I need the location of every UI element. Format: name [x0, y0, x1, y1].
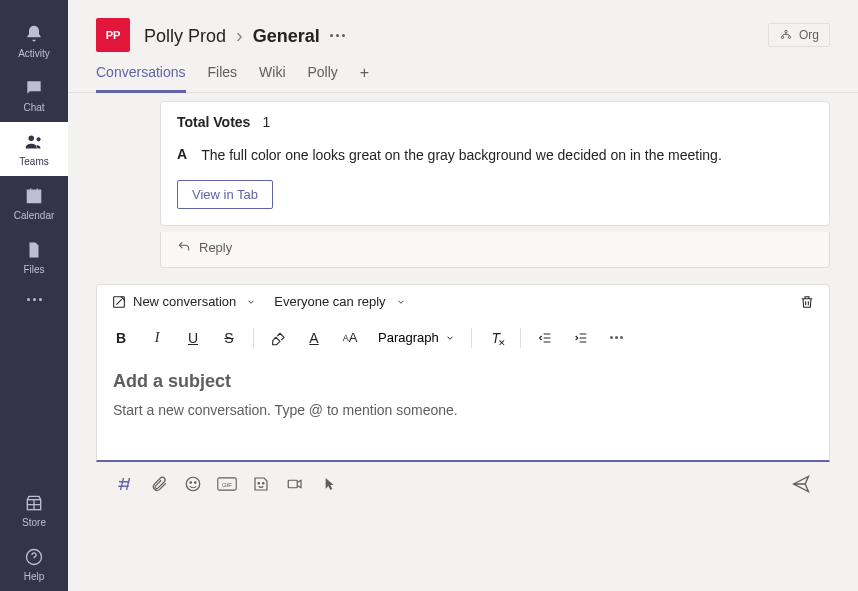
- chevron-down-icon: [396, 297, 406, 307]
- svg-point-5: [781, 36, 783, 38]
- svg-point-4: [785, 30, 787, 32]
- increase-indent-button[interactable]: [565, 323, 597, 353]
- rail-files[interactable]: Files: [0, 230, 68, 284]
- font-color-button[interactable]: A: [298, 323, 330, 353]
- format-toggle-button[interactable]: [110, 470, 140, 498]
- rail-store[interactable]: Store: [0, 483, 68, 537]
- emoji-button[interactable]: [178, 470, 208, 498]
- store-icon: [23, 492, 45, 514]
- emoji-icon: [184, 475, 202, 493]
- rail-label: Chat: [23, 102, 44, 113]
- reply-icon: [177, 240, 191, 254]
- gif-icon: GIF: [217, 476, 237, 492]
- svg-point-8: [186, 477, 200, 491]
- breadcrumb-team[interactable]: Polly Prod: [144, 26, 226, 47]
- teams-icon: [23, 131, 45, 153]
- compose-bottom-toolbar: GIF: [96, 462, 830, 506]
- votes-row: Total Votes 1: [177, 114, 813, 140]
- font-size-button[interactable]: AA: [334, 323, 366, 353]
- highlight-button[interactable]: [262, 323, 294, 353]
- compose-body[interactable]: Add a subject Start a new conversation. …: [97, 357, 829, 460]
- tab-polly[interactable]: Polly: [308, 64, 338, 92]
- org-button[interactable]: Org: [768, 23, 830, 47]
- subject-input[interactable]: Add a subject: [113, 371, 813, 392]
- send-button[interactable]: [786, 470, 816, 498]
- app-rail: Activity Chat Teams Calendar Files Store: [0, 0, 68, 591]
- composer: New conversation Everyone can reply B I: [96, 284, 830, 506]
- svg-point-9: [190, 481, 192, 483]
- tab-wiki[interactable]: Wiki: [259, 64, 285, 92]
- comment-option-letter: A: [177, 146, 187, 166]
- underline-button[interactable]: U: [177, 323, 209, 353]
- format-icon: [116, 475, 134, 493]
- rail-label: Store: [22, 517, 46, 528]
- meet-now-button[interactable]: [280, 470, 310, 498]
- toolbar-separator: [520, 328, 521, 348]
- attach-button[interactable]: [144, 470, 174, 498]
- conversation-type-dropdown[interactable]: New conversation: [111, 294, 256, 310]
- breadcrumb: Polly Prod › General: [144, 24, 345, 47]
- channel-tabs: Conversations Files Wiki Polly +: [68, 52, 858, 93]
- main-area: PP Polly Prod › General Org Conversation…: [68, 0, 858, 591]
- toolbar-separator: [253, 328, 254, 348]
- rail-chat[interactable]: Chat: [0, 68, 68, 122]
- rail-help[interactable]: Help: [0, 537, 68, 591]
- chevron-down-icon: [445, 333, 455, 343]
- paperclip-icon: [150, 475, 168, 493]
- comment-row: A The full color one looks great on the …: [177, 140, 813, 180]
- decrease-indent-button[interactable]: [529, 323, 561, 353]
- total-votes-count: 1: [262, 114, 270, 130]
- rail-label: Activity: [18, 48, 50, 59]
- strikethrough-button[interactable]: S: [213, 323, 245, 353]
- message-card: Total Votes 1 A The full color one looks…: [160, 101, 830, 226]
- trash-icon: [799, 293, 815, 311]
- gif-button[interactable]: GIF: [212, 470, 242, 498]
- paragraph-style-dropdown[interactable]: Paragraph: [370, 330, 463, 345]
- svg-rect-15: [288, 480, 297, 488]
- svg-point-0: [29, 136, 35, 142]
- conversation-type-label: New conversation: [133, 294, 236, 309]
- channel-header: PP Polly Prod › General Org: [68, 0, 858, 52]
- highlight-icon: [270, 330, 286, 346]
- channel-more-button[interactable]: [330, 34, 345, 37]
- sticker-icon: [252, 475, 270, 493]
- conversation-content: Total Votes 1 A The full color one looks…: [68, 93, 858, 591]
- indent-icon: [573, 330, 589, 346]
- svg-point-1: [37, 137, 41, 141]
- reply-button[interactable]: Reply: [160, 232, 830, 268]
- sticker-button[interactable]: [246, 470, 276, 498]
- rail-more[interactable]: [0, 284, 68, 315]
- chat-icon: [23, 77, 45, 99]
- bold-button[interactable]: B: [105, 323, 137, 353]
- formatting-toolbar: B I U S A AA Paragraph: [97, 319, 829, 357]
- more-formatting-button[interactable]: [601, 323, 633, 353]
- more-apps-button[interactable]: [314, 470, 344, 498]
- calendar-icon: [23, 185, 45, 207]
- view-in-tab-button[interactable]: View in Tab: [177, 180, 273, 209]
- more-icon: [27, 298, 42, 301]
- send-icon: [791, 474, 811, 494]
- reply-scope-dropdown[interactable]: Everyone can reply: [274, 294, 405, 309]
- tab-files[interactable]: Files: [208, 64, 238, 92]
- file-icon: [23, 239, 45, 261]
- italic-button[interactable]: I: [141, 323, 173, 353]
- clear-formatting-button[interactable]: T✕: [480, 323, 512, 353]
- toolbar-separator: [471, 328, 472, 348]
- rail-label: Help: [24, 571, 45, 582]
- delete-draft-button[interactable]: [799, 293, 815, 311]
- body-input[interactable]: Start a new conversation. Type @ to ment…: [113, 402, 813, 418]
- rail-activity[interactable]: Activity: [0, 14, 68, 68]
- rail-teams[interactable]: Teams: [0, 122, 68, 176]
- add-tab-button[interactable]: +: [360, 64, 369, 92]
- chevron-down-icon: [246, 297, 256, 307]
- outdent-icon: [537, 330, 553, 346]
- reply-label: Reply: [199, 240, 232, 255]
- svg-point-6: [788, 36, 790, 38]
- svg-point-10: [195, 481, 197, 483]
- reply-scope-label: Everyone can reply: [274, 294, 385, 309]
- rail-calendar[interactable]: Calendar: [0, 176, 68, 230]
- tab-conversations[interactable]: Conversations: [96, 64, 186, 93]
- paragraph-label: Paragraph: [378, 330, 439, 345]
- team-avatar: PP: [96, 18, 130, 52]
- breadcrumb-channel[interactable]: General: [253, 26, 320, 47]
